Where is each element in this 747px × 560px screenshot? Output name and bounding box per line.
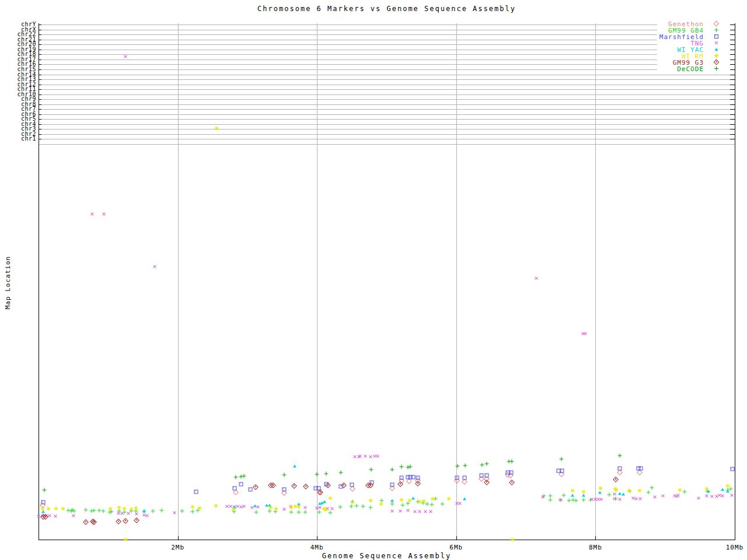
wi-rh-point bbox=[417, 500, 421, 504]
chromosome-gridline bbox=[39, 134, 735, 135]
wi-rh-point bbox=[446, 497, 451, 501]
legend-marker-holder bbox=[715, 29, 719, 33]
right-tick bbox=[730, 89, 735, 90]
chromosome-gridline bbox=[39, 124, 735, 125]
tng-point bbox=[696, 495, 701, 501]
gm99-gb4-point bbox=[582, 498, 586, 502]
gm99-gb4-point bbox=[425, 502, 429, 506]
wi-yac-point bbox=[721, 488, 724, 491]
legend-marker-holder bbox=[715, 48, 719, 52]
decode-point bbox=[390, 468, 395, 472]
right-tick bbox=[730, 85, 735, 85]
plus-legend-icon bbox=[714, 28, 718, 32]
wi-yac-point bbox=[411, 497, 415, 500]
marshfield-point bbox=[41, 501, 46, 505]
wi-yac-point bbox=[253, 505, 257, 508]
mb-gridline bbox=[456, 23, 457, 540]
wi-rh-point bbox=[117, 506, 121, 510]
decode-point bbox=[618, 454, 622, 458]
x-tick-label: 4Mb bbox=[310, 544, 324, 551]
wi-yac-point bbox=[622, 493, 625, 496]
legend-label-decode: DeCODE bbox=[640, 66, 704, 72]
tng-point bbox=[281, 506, 287, 512]
chromosome-gridline bbox=[39, 40, 735, 40]
gm99-g3-point bbox=[134, 517, 139, 523]
marshfield-point bbox=[416, 476, 420, 480]
gm99-gb4-point bbox=[369, 506, 373, 510]
wi-rh-point bbox=[323, 508, 327, 512]
wi-rh-point bbox=[571, 489, 575, 493]
genethon-point bbox=[233, 489, 239, 495]
legend-marker-holder bbox=[715, 67, 719, 71]
gm99-gb4-point bbox=[151, 509, 155, 513]
gm99-gb4-point bbox=[72, 509, 76, 513]
gm99-gb4-point bbox=[190, 510, 194, 514]
diamond-legend-icon bbox=[714, 21, 720, 27]
wi-yac-point bbox=[293, 465, 296, 468]
legend-marker-holder bbox=[715, 35, 719, 39]
genethon-point bbox=[617, 470, 623, 475]
chromosome-gridline bbox=[39, 30, 735, 30]
right-tick bbox=[730, 60, 735, 60]
gm99-gb4-point bbox=[647, 491, 651, 495]
wi-rh-point bbox=[598, 487, 602, 491]
chromosome-gridline bbox=[39, 34, 735, 35]
wi-rh-point bbox=[108, 507, 112, 511]
x-tick-label: 6Mb bbox=[449, 544, 463, 551]
wi-yac-point bbox=[726, 490, 729, 493]
wi-rh-point bbox=[46, 507, 50, 511]
gm99-gb4-point bbox=[548, 498, 552, 502]
decode-point bbox=[282, 473, 287, 477]
chromosome-gridline bbox=[39, 109, 735, 110]
y-axis-label: Map Location bbox=[4, 251, 12, 315]
decode-point bbox=[42, 488, 46, 492]
wi-yac-point bbox=[598, 491, 602, 494]
gm99-gb4-point bbox=[317, 510, 321, 514]
wi-rh-point bbox=[431, 497, 435, 501]
gm99-gb4-point bbox=[683, 490, 687, 494]
chromosome-gridline bbox=[39, 75, 735, 75]
gm99-gb4-point bbox=[180, 509, 184, 513]
gm99-g3-point bbox=[123, 518, 128, 524]
chromosome-gridline bbox=[39, 64, 735, 65]
gm99-gb4-point bbox=[160, 509, 164, 513]
wi-rh-point bbox=[134, 506, 138, 510]
marshfield-point bbox=[390, 483, 395, 487]
wi-rh-point bbox=[511, 538, 515, 542]
gm99-g3-point bbox=[484, 480, 490, 485]
gm99-gb4-point bbox=[355, 504, 359, 508]
wi-rh-point bbox=[637, 489, 641, 493]
tng-point bbox=[428, 509, 434, 514]
marshfield-point bbox=[233, 487, 237, 491]
legend-marker-holder bbox=[715, 54, 719, 58]
decode-point bbox=[409, 465, 413, 469]
wi-rh-point bbox=[421, 499, 425, 503]
gm99-gb4-point bbox=[548, 494, 552, 498]
gm99-gb4-point bbox=[97, 509, 101, 513]
tng-point bbox=[101, 211, 107, 217]
gm99-gb4-point bbox=[400, 503, 404, 508]
diamond-dot-legend-icon bbox=[714, 60, 720, 65]
right-tick bbox=[730, 139, 735, 139]
decode-point bbox=[369, 468, 374, 472]
wi-rh-point bbox=[627, 489, 631, 493]
gm99-g3-point bbox=[509, 480, 515, 485]
marshfield-point bbox=[618, 467, 622, 471]
star-legend-icon bbox=[714, 54, 718, 58]
chromosome-gridline bbox=[39, 50, 735, 50]
tng-point bbox=[389, 508, 395, 514]
tng-point bbox=[172, 510, 177, 516]
gm99-gb4-point bbox=[289, 510, 294, 514]
legend-marker-holder bbox=[715, 41, 719, 46]
triangle-legend-icon bbox=[715, 48, 718, 51]
decode-point bbox=[324, 472, 328, 476]
marshfield-point bbox=[282, 488, 287, 492]
wi-rh-point bbox=[351, 501, 355, 505]
tng-point bbox=[71, 513, 76, 519]
gm99-gb4-point bbox=[254, 510, 259, 514]
wi-yac-point bbox=[582, 494, 585, 497]
gm99-g3-point bbox=[303, 484, 309, 489]
gm99-g3-point bbox=[415, 481, 421, 487]
wi-rh-point bbox=[190, 505, 194, 509]
wi-yac-point bbox=[571, 494, 574, 497]
